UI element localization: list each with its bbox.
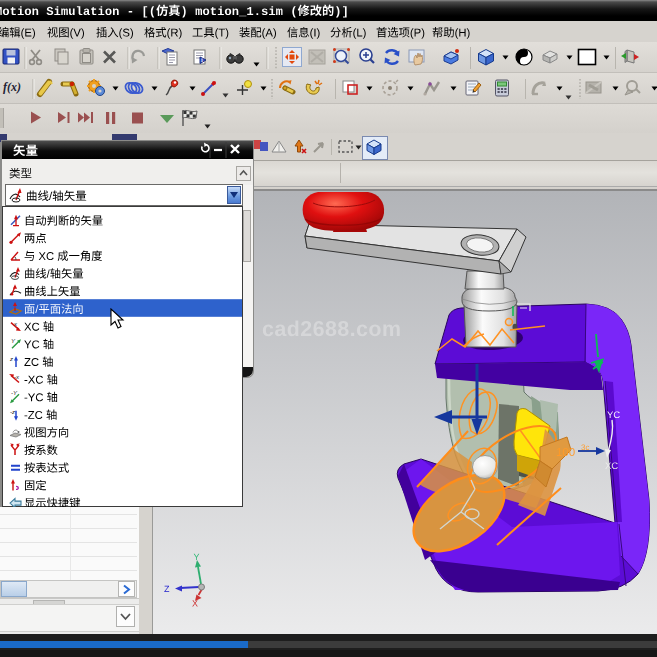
- svg-text:-z: -z: [10, 409, 15, 415]
- svg-text:-x: -x: [14, 374, 20, 380]
- svg-text:Y: Y: [11, 338, 16, 344]
- svg-text:x: x: [13, 321, 18, 327]
- svg-text:-Y: -Y: [11, 390, 18, 396]
- svg-text:z: z: [9, 356, 13, 362]
